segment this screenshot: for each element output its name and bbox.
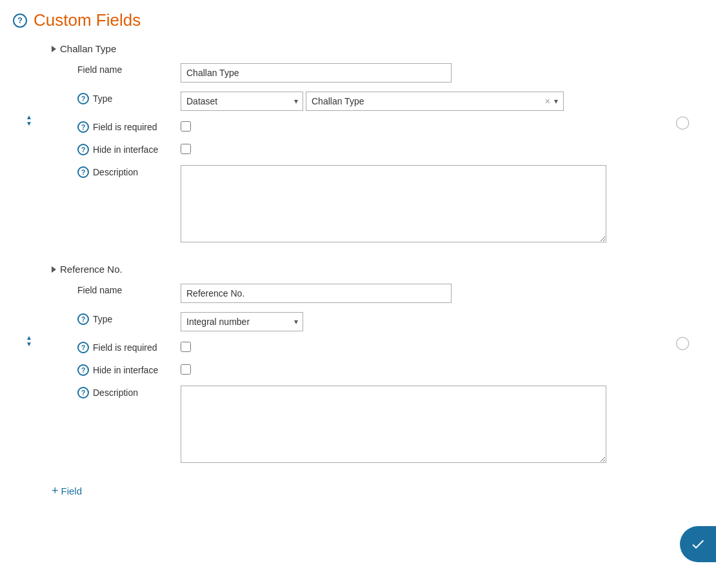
dataset-value-wrapper-1: Challan Type × ▾	[306, 92, 564, 111]
field-required-help-icon-2[interactable]: ?	[77, 342, 89, 353]
type-label-1: Type	[93, 93, 112, 104]
add-field-label: Field	[61, 485, 83, 496]
hide-interface-label-group-2: ? Hide in interface	[77, 363, 181, 376]
type-help-icon-2[interactable]: ?	[77, 313, 89, 325]
hide-interface-label-1: Hide in interface	[93, 144, 158, 155]
type-select-1[interactable]: Dataset Text Integral number Decimal num…	[181, 92, 303, 111]
type-select-wrapper-2: Integral number Text Decimal number Date…	[181, 312, 303, 331]
type-control-2: Integral number Text Decimal number Date…	[181, 312, 703, 331]
field-required-label-group-2: ? Field is required	[77, 340, 181, 353]
hide-interface-checkbox-1[interactable]	[181, 144, 191, 154]
description-textarea-1[interactable]	[181, 165, 606, 242]
add-field-button[interactable]: + Field	[13, 484, 82, 498]
type-select-2[interactable]: Integral number Text Decimal number Date…	[181, 312, 303, 331]
type-controls-row-1: Dataset Text Integral number Decimal num…	[181, 92, 703, 111]
description-help-icon-1[interactable]: ?	[77, 166, 89, 178]
field-required-help-icon-1[interactable]: ?	[77, 121, 89, 133]
type-select-wrapper-1: Dataset Text Integral number Decimal num…	[181, 92, 303, 111]
field-name-input-1[interactable]	[181, 63, 452, 83]
field-required-control-1	[181, 120, 703, 133]
add-field-plus-icon: +	[52, 484, 59, 498]
field-required-row-2: ? Field is required	[13, 340, 703, 354]
field-name-control-1	[181, 63, 703, 83]
field-required-label-1: Field is required	[93, 122, 157, 132]
move-down-1[interactable]: ▼	[26, 121, 32, 127]
field-required-label-2: Field is required	[93, 342, 157, 353]
hide-interface-help-icon-2[interactable]: ?	[77, 364, 89, 376]
field-required-checkbox-2[interactable]	[181, 342, 191, 352]
section-title-2: Reference No.	[60, 264, 123, 275]
hide-interface-checkbox-2[interactable]	[181, 364, 191, 375]
field-name-row-1: Field name	[13, 63, 703, 83]
hide-interface-label-2: Hide in interface	[93, 365, 158, 375]
type-help-icon-1[interactable]: ?	[77, 93, 89, 104]
hide-interface-control-2	[181, 363, 703, 377]
type-control-1: Dataset Text Integral number Decimal num…	[181, 92, 703, 111]
description-label-group-2: ? Description	[77, 386, 181, 398]
field-name-row-2: Field name	[13, 284, 703, 303]
type-label-group-2: ? Type	[77, 312, 181, 325]
dataset-clear-btn-1[interactable]: ×	[544, 96, 552, 106]
field-required-row-1: ? Field is required	[13, 120, 703, 133]
description-control-1	[181, 165, 703, 244]
description-control-2	[181, 386, 703, 465]
field-name-label-group-2: Field name	[77, 284, 181, 295]
description-row-2: ? Description	[13, 386, 703, 465]
collapse-icon-1[interactable]	[52, 46, 56, 52]
description-textarea-2[interactable]	[181, 386, 606, 463]
description-help-icon-2[interactable]: ?	[77, 387, 89, 398]
section-header-1: Challan Type	[13, 43, 703, 54]
remove-btn-2[interactable]: ◯	[675, 335, 690, 350]
field-required-checkbox-1[interactable]	[181, 121, 191, 132]
help-icon-main-label: ?	[17, 15, 23, 25]
type-label-group-1: ? Type	[77, 92, 181, 104]
field-required-control-2	[181, 340, 703, 354]
description-label-1: Description	[93, 167, 138, 177]
hide-interface-label-group-1: ? Hide in interface	[77, 142, 181, 155]
page-header: ? Custom Fields	[13, 10, 703, 30]
field-name-label-group-1: Field name	[77, 63, 181, 75]
field-name-control-2	[181, 284, 703, 303]
dataset-dropdown-arrow-1[interactable]: ▾	[552, 97, 561, 106]
section-header-2: Reference No.	[13, 264, 703, 275]
field-name-label-1: Field name	[77, 64, 122, 75]
fab-icon	[690, 536, 706, 552]
hide-interface-row-1: ? Hide in interface	[13, 142, 703, 156]
collapse-icon-2[interactable]	[52, 266, 56, 273]
field-required-label-group-1: ? Field is required	[77, 120, 181, 133]
hide-interface-row-2: ? Hide in interface	[13, 363, 703, 377]
move-down-2[interactable]: ▼	[26, 341, 32, 348]
hide-interface-help-icon-1[interactable]: ?	[77, 144, 89, 155]
hide-interface-control-1	[181, 142, 703, 156]
description-row-1: ? Description	[13, 165, 703, 244]
type-row-1: ? Type Dataset Text Integral number Deci…	[13, 92, 703, 111]
description-label-group-1: ? Description	[77, 165, 181, 178]
section-challan-type: ▲ ▼ ◯ Challan Type Field name ? Type Dat…	[13, 43, 703, 244]
move-controls-2: ▲ ▼	[26, 335, 32, 348]
remove-btn-1[interactable]: ◯	[675, 114, 690, 130]
type-controls-row-2: Integral number Text Decimal number Date…	[181, 312, 703, 331]
fab-button[interactable]	[680, 526, 716, 562]
dataset-value-text-1: Challan Type	[312, 96, 544, 106]
section-reference-no: ▲ ▼ ◯ Reference No. Field name ? Type In…	[13, 264, 703, 465]
type-row-2: ? Type Integral number Text Decimal numb…	[13, 312, 703, 331]
field-name-input-2[interactable]	[181, 284, 452, 303]
page-title: Custom Fields	[34, 10, 141, 30]
description-label-2: Description	[93, 387, 138, 398]
section-title-1: Challan Type	[60, 43, 116, 54]
help-icon-main[interactable]: ?	[13, 14, 27, 28]
type-label-2: Type	[93, 314, 112, 324]
field-name-label-2: Field name	[77, 285, 122, 295]
move-controls-1: ▲ ▼	[26, 114, 32, 127]
